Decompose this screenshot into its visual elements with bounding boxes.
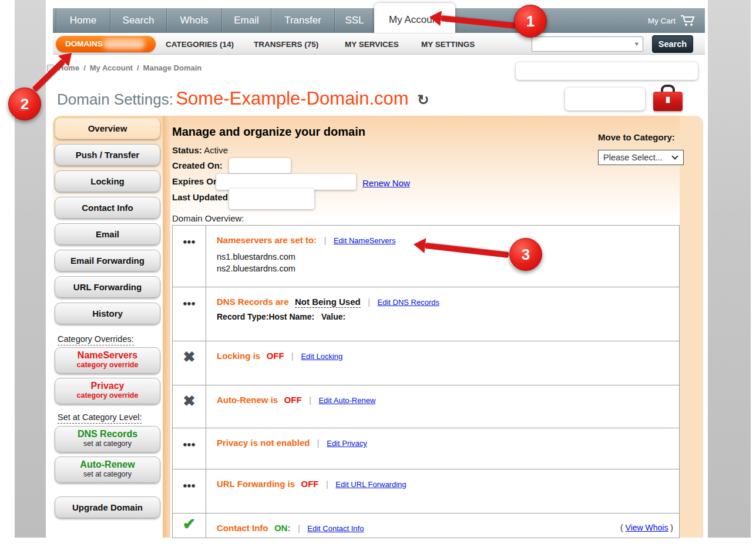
- dots-icon: ●●●: [173, 287, 206, 341]
- sidebar-item-push-transfer[interactable]: Push / Transfer: [55, 144, 160, 166]
- tab-email[interactable]: Email: [221, 8, 271, 33]
- search-button[interactable]: Search: [652, 35, 693, 53]
- row-title: Privacy is not enabled: [217, 438, 310, 448]
- edit-nameservers-link[interactable]: Edit NameServers: [334, 236, 395, 245]
- override-subtitle: category override: [55, 361, 160, 369]
- sidebar-item-history[interactable]: History: [55, 303, 160, 324]
- sidebar-item-dns-records-category[interactable]: DNS Records set at category: [55, 426, 160, 452]
- sidebar-item-auto-renew-category[interactable]: Auto-Renew set at category: [55, 457, 160, 483]
- my-cart-button[interactable]: My Cart: [648, 8, 695, 33]
- dots-glyph: ●●●: [183, 299, 196, 341]
- edit-privacy-link[interactable]: Edit Privacy: [327, 439, 367, 448]
- row-status: OFF: [301, 479, 319, 489]
- row-content: Nameservers are set to: | Edit NameServe…: [206, 226, 679, 287]
- toolbox-icon[interactable]: [653, 85, 683, 112]
- domain-overview-table: ●●● Nameservers are set to: | Edit NameS…: [172, 225, 680, 538]
- sidebar-item-locking[interactable]: Locking: [55, 170, 160, 192]
- view-whois-link[interactable]: View Whois: [626, 523, 668, 532]
- row-content: DNS Records are Not Being Used | Edit DN…: [206, 287, 679, 341]
- annotation-step-2: 2: [8, 88, 41, 120]
- edit-auto-renew-link[interactable]: Edit Auto-Renew: [318, 396, 375, 405]
- page-title-domain: Some-Example-Domain.com: [176, 88, 408, 109]
- breadcrumb-separator: /: [137, 63, 139, 72]
- sidebar-item-email-forwarding[interactable]: Email Forwarding: [55, 250, 160, 271]
- tab-home[interactable]: Home: [56, 8, 110, 33]
- redacted-box: [516, 62, 698, 80]
- sidebar-item-privacy-override[interactable]: Privacy category override: [55, 378, 160, 404]
- section-heading: Manage and organize your domain: [172, 125, 365, 139]
- domain-overview-label: Domain Overview:: [172, 213, 244, 223]
- select-value: Please Select...: [603, 153, 663, 162]
- view-whois: ( View Whois ): [620, 523, 673, 532]
- sidebar-item-upgrade-domain[interactable]: Upgrade Domain: [55, 496, 160, 518]
- subnav-item-my-services[interactable]: MY SERVICES: [345, 40, 399, 49]
- row-status: ON:: [274, 523, 291, 533]
- created-label: Created On:: [172, 160, 223, 170]
- domain-search-combobox[interactable]: ▾: [532, 36, 643, 52]
- nameserver-value: ns1.bluestardns.com: [217, 251, 671, 263]
- move-to-category-select[interactable]: Please Select...: [598, 150, 684, 165]
- row-title: Nameservers are set to:: [217, 235, 317, 245]
- separator: |: [317, 438, 320, 448]
- sidebar-item-contact-info[interactable]: Contact Info: [55, 197, 160, 219]
- table-row-nameservers: ●●● Nameservers are set to: | Edit NameS…: [173, 226, 679, 287]
- paren: (: [620, 523, 623, 532]
- sidebar-item-overview[interactable]: Overview: [55, 118, 160, 139]
- edit-dns-records-link[interactable]: Edit DNS Records: [378, 298, 439, 307]
- page-background-right: [708, 0, 751, 538]
- tab-search[interactable]: Search: [110, 8, 166, 33]
- row-title: Auto-Renew is: [217, 395, 278, 405]
- category-title: DNS Records: [55, 429, 160, 439]
- renew-now-link[interactable]: Renew Now: [362, 178, 410, 188]
- subnav-item-categories[interactable]: CATEGORIES (14): [166, 40, 234, 49]
- breadcrumb-manage-domain[interactable]: Manage Domain: [143, 63, 202, 72]
- redacted-box: [229, 158, 291, 173]
- page-title-label: Domain Settings:: [57, 90, 173, 108]
- sidebar-item-nameservers-override[interactable]: NameServers category override: [55, 347, 160, 374]
- dots-icon: ●●●: [173, 428, 206, 469]
- tab-ssl[interactable]: SSL: [334, 8, 374, 33]
- separator: |: [298, 523, 300, 533]
- refresh-icon[interactable]: ↻: [417, 92, 429, 108]
- chevron-down-icon: [671, 153, 678, 159]
- row-content: URL Forwarding is OFF | Edit URL Forward…: [206, 469, 679, 513]
- edit-url-forwarding-link[interactable]: Edit URL Forwarding: [335, 480, 406, 489]
- annotation-step-3: 3: [509, 238, 542, 271]
- check-icon: ✔: [173, 514, 206, 538]
- redacted-domain-count: [103, 39, 145, 49]
- nameserver-value: ns2.bluestardns.com: [217, 263, 671, 274]
- dots-glyph: ●●●: [183, 440, 196, 469]
- chevron-down-icon: ▾: [634, 39, 639, 48]
- edit-locking-link[interactable]: Edit Locking: [301, 352, 342, 361]
- x-glyph: ✖: [183, 392, 196, 428]
- tab-whois[interactable]: WhoIs: [166, 8, 221, 33]
- cart-icon: [680, 15, 695, 26]
- breadcrumb-separator: /: [83, 63, 86, 72]
- table-row-locking: ✖ Locking is OFF | Edit Locking: [173, 341, 679, 385]
- category-title: Auto-Renew: [55, 459, 160, 470]
- dots-glyph: ●●●: [183, 237, 196, 287]
- redacted-box: [216, 174, 356, 190]
- category-overrides-heading: Category Overrides:: [58, 334, 134, 345]
- dots-glyph: ●●●: [183, 481, 196, 513]
- separator: |: [326, 479, 328, 489]
- sidebar-item-email[interactable]: Email: [55, 223, 160, 245]
- check-glyph: ✔: [183, 515, 196, 538]
- sidebar-item-url-forwarding[interactable]: URL Forwarding: [55, 276, 160, 298]
- edit-contact-info-link[interactable]: Edit Contact Info: [307, 524, 364, 533]
- toolbox-latch: [666, 96, 670, 103]
- status-line: Status: Active: [172, 145, 228, 155]
- x-icon: ✖: [173, 385, 206, 428]
- x-glyph: ✖: [183, 348, 196, 385]
- category-subtitle: set at category: [55, 439, 160, 448]
- redacted-box: [229, 189, 314, 209]
- subnav-item-domains[interactable]: DOMAINS: [56, 36, 156, 52]
- domain-settings-panel: Overview Push / Transfer Locking Contact…: [53, 116, 703, 538]
- subnav-item-transfers[interactable]: TRANSFERS (75): [254, 40, 318, 49]
- subnav-item-my-settings[interactable]: MY SETTINGS: [421, 40, 475, 49]
- panel-right-margin: [680, 116, 703, 538]
- override-subtitle: category override: [55, 391, 160, 400]
- tab-transfer[interactable]: Transfer: [271, 8, 334, 33]
- updated-line: Last Updated: [172, 192, 228, 202]
- breadcrumb-my-account[interactable]: My Account: [90, 63, 133, 72]
